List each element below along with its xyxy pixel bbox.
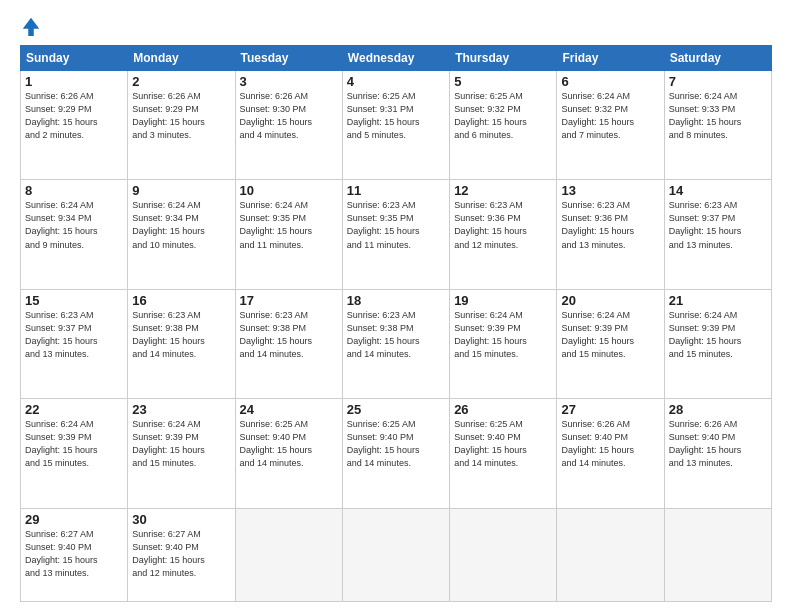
- day-number: 15: [25, 293, 123, 308]
- col-header-sunday: Sunday: [21, 46, 128, 71]
- calendar-cell: 2Sunrise: 6:26 AM Sunset: 9:29 PM Daylig…: [128, 71, 235, 180]
- day-info: Sunrise: 6:23 AM Sunset: 9:37 PM Dayligh…: [25, 309, 123, 361]
- day-info: Sunrise: 6:26 AM Sunset: 9:40 PM Dayligh…: [669, 418, 767, 470]
- day-info: Sunrise: 6:23 AM Sunset: 9:38 PM Dayligh…: [240, 309, 338, 361]
- page: SundayMondayTuesdayWednesdayThursdayFrid…: [0, 0, 792, 612]
- day-number: 24: [240, 402, 338, 417]
- calendar-cell: 4Sunrise: 6:25 AM Sunset: 9:31 PM Daylig…: [342, 71, 449, 180]
- calendar-cell: [235, 508, 342, 602]
- day-number: 4: [347, 74, 445, 89]
- col-header-tuesday: Tuesday: [235, 46, 342, 71]
- day-number: 17: [240, 293, 338, 308]
- calendar-week-3: 15Sunrise: 6:23 AM Sunset: 9:37 PM Dayli…: [21, 289, 772, 398]
- calendar-cell: 7Sunrise: 6:24 AM Sunset: 9:33 PM Daylig…: [664, 71, 771, 180]
- calendar-header-row: SundayMondayTuesdayWednesdayThursdayFrid…: [21, 46, 772, 71]
- day-number: 14: [669, 183, 767, 198]
- calendar-cell: 13Sunrise: 6:23 AM Sunset: 9:36 PM Dayli…: [557, 180, 664, 289]
- day-number: 28: [669, 402, 767, 417]
- calendar-cell: 24Sunrise: 6:25 AM Sunset: 9:40 PM Dayli…: [235, 399, 342, 508]
- day-info: Sunrise: 6:23 AM Sunset: 9:35 PM Dayligh…: [347, 199, 445, 251]
- calendar-cell: 18Sunrise: 6:23 AM Sunset: 9:38 PM Dayli…: [342, 289, 449, 398]
- calendar-cell: 15Sunrise: 6:23 AM Sunset: 9:37 PM Dayli…: [21, 289, 128, 398]
- col-header-saturday: Saturday: [664, 46, 771, 71]
- calendar-table: SundayMondayTuesdayWednesdayThursdayFrid…: [20, 45, 772, 602]
- calendar-cell: 12Sunrise: 6:23 AM Sunset: 9:36 PM Dayli…: [450, 180, 557, 289]
- day-info: Sunrise: 6:25 AM Sunset: 9:32 PM Dayligh…: [454, 90, 552, 142]
- day-number: 19: [454, 293, 552, 308]
- logo: [20, 15, 46, 37]
- calendar-cell: 25Sunrise: 6:25 AM Sunset: 9:40 PM Dayli…: [342, 399, 449, 508]
- calendar-cell: 17Sunrise: 6:23 AM Sunset: 9:38 PM Dayli…: [235, 289, 342, 398]
- calendar-cell: [557, 508, 664, 602]
- calendar-cell: 14Sunrise: 6:23 AM Sunset: 9:37 PM Dayli…: [664, 180, 771, 289]
- calendar-cell: 5Sunrise: 6:25 AM Sunset: 9:32 PM Daylig…: [450, 71, 557, 180]
- calendar-week-4: 22Sunrise: 6:24 AM Sunset: 9:39 PM Dayli…: [21, 399, 772, 508]
- calendar-cell: 29Sunrise: 6:27 AM Sunset: 9:40 PM Dayli…: [21, 508, 128, 602]
- day-number: 21: [669, 293, 767, 308]
- calendar-cell: 20Sunrise: 6:24 AM Sunset: 9:39 PM Dayli…: [557, 289, 664, 398]
- calendar-cell: 27Sunrise: 6:26 AM Sunset: 9:40 PM Dayli…: [557, 399, 664, 508]
- calendar-cell: 6Sunrise: 6:24 AM Sunset: 9:32 PM Daylig…: [557, 71, 664, 180]
- day-info: Sunrise: 6:24 AM Sunset: 9:39 PM Dayligh…: [669, 309, 767, 361]
- day-info: Sunrise: 6:26 AM Sunset: 9:29 PM Dayligh…: [25, 90, 123, 142]
- day-number: 22: [25, 402, 123, 417]
- day-number: 20: [561, 293, 659, 308]
- day-number: 25: [347, 402, 445, 417]
- day-number: 18: [347, 293, 445, 308]
- day-info: Sunrise: 6:25 AM Sunset: 9:31 PM Dayligh…: [347, 90, 445, 142]
- calendar-cell: 8Sunrise: 6:24 AM Sunset: 9:34 PM Daylig…: [21, 180, 128, 289]
- calendar-cell: 22Sunrise: 6:24 AM Sunset: 9:39 PM Dayli…: [21, 399, 128, 508]
- day-number: 6: [561, 74, 659, 89]
- day-info: Sunrise: 6:24 AM Sunset: 9:39 PM Dayligh…: [25, 418, 123, 470]
- calendar-cell: [664, 508, 771, 602]
- calendar-week-1: 1Sunrise: 6:26 AM Sunset: 9:29 PM Daylig…: [21, 71, 772, 180]
- day-number: 5: [454, 74, 552, 89]
- day-info: Sunrise: 6:26 AM Sunset: 9:40 PM Dayligh…: [561, 418, 659, 470]
- col-header-wednesday: Wednesday: [342, 46, 449, 71]
- calendar-cell: 23Sunrise: 6:24 AM Sunset: 9:39 PM Dayli…: [128, 399, 235, 508]
- day-info: Sunrise: 6:25 AM Sunset: 9:40 PM Dayligh…: [240, 418, 338, 470]
- day-info: Sunrise: 6:27 AM Sunset: 9:40 PM Dayligh…: [25, 528, 123, 580]
- day-number: 3: [240, 74, 338, 89]
- day-info: Sunrise: 6:23 AM Sunset: 9:38 PM Dayligh…: [132, 309, 230, 361]
- day-number: 16: [132, 293, 230, 308]
- calendar-cell: 16Sunrise: 6:23 AM Sunset: 9:38 PM Dayli…: [128, 289, 235, 398]
- calendar-week-5: 29Sunrise: 6:27 AM Sunset: 9:40 PM Dayli…: [21, 508, 772, 602]
- svg-marker-0: [23, 18, 40, 36]
- day-number: 26: [454, 402, 552, 417]
- day-number: 23: [132, 402, 230, 417]
- col-header-friday: Friday: [557, 46, 664, 71]
- col-header-monday: Monday: [128, 46, 235, 71]
- day-info: Sunrise: 6:25 AM Sunset: 9:40 PM Dayligh…: [454, 418, 552, 470]
- day-info: Sunrise: 6:26 AM Sunset: 9:29 PM Dayligh…: [132, 90, 230, 142]
- calendar-cell: 1Sunrise: 6:26 AM Sunset: 9:29 PM Daylig…: [21, 71, 128, 180]
- calendar-cell: [450, 508, 557, 602]
- day-info: Sunrise: 6:23 AM Sunset: 9:36 PM Dayligh…: [561, 199, 659, 251]
- day-info: Sunrise: 6:24 AM Sunset: 9:34 PM Dayligh…: [25, 199, 123, 251]
- day-number: 12: [454, 183, 552, 198]
- day-info: Sunrise: 6:23 AM Sunset: 9:38 PM Dayligh…: [347, 309, 445, 361]
- header: [20, 15, 772, 37]
- day-info: Sunrise: 6:24 AM Sunset: 9:39 PM Dayligh…: [561, 309, 659, 361]
- day-number: 8: [25, 183, 123, 198]
- day-number: 27: [561, 402, 659, 417]
- day-number: 2: [132, 74, 230, 89]
- calendar-cell: 26Sunrise: 6:25 AM Sunset: 9:40 PM Dayli…: [450, 399, 557, 508]
- day-number: 29: [25, 512, 123, 527]
- day-info: Sunrise: 6:27 AM Sunset: 9:40 PM Dayligh…: [132, 528, 230, 580]
- day-info: Sunrise: 6:24 AM Sunset: 9:32 PM Dayligh…: [561, 90, 659, 142]
- calendar-cell: 21Sunrise: 6:24 AM Sunset: 9:39 PM Dayli…: [664, 289, 771, 398]
- calendar-cell: 11Sunrise: 6:23 AM Sunset: 9:35 PM Dayli…: [342, 180, 449, 289]
- day-number: 13: [561, 183, 659, 198]
- day-number: 30: [132, 512, 230, 527]
- day-info: Sunrise: 6:26 AM Sunset: 9:30 PM Dayligh…: [240, 90, 338, 142]
- day-number: 10: [240, 183, 338, 198]
- day-info: Sunrise: 6:25 AM Sunset: 9:40 PM Dayligh…: [347, 418, 445, 470]
- calendar-cell: 9Sunrise: 6:24 AM Sunset: 9:34 PM Daylig…: [128, 180, 235, 289]
- day-info: Sunrise: 6:24 AM Sunset: 9:33 PM Dayligh…: [669, 90, 767, 142]
- calendar-cell: 30Sunrise: 6:27 AM Sunset: 9:40 PM Dayli…: [128, 508, 235, 602]
- day-info: Sunrise: 6:24 AM Sunset: 9:34 PM Dayligh…: [132, 199, 230, 251]
- day-info: Sunrise: 6:24 AM Sunset: 9:39 PM Dayligh…: [132, 418, 230, 470]
- calendar-week-2: 8Sunrise: 6:24 AM Sunset: 9:34 PM Daylig…: [21, 180, 772, 289]
- day-number: 7: [669, 74, 767, 89]
